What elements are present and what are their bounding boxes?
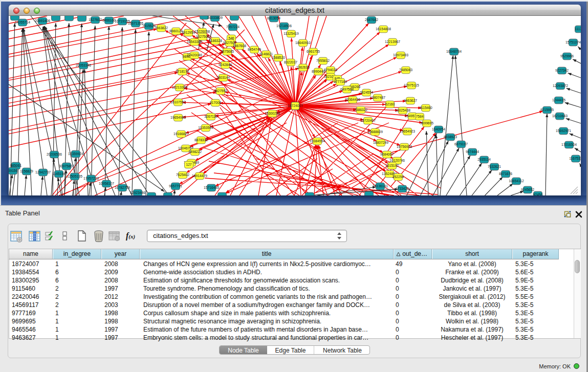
svg-text:6466160: 6466160	[102, 18, 116, 22]
svg-text:8990448: 8990448	[312, 70, 325, 73]
svg-text:9242848: 9242848	[219, 63, 232, 67]
svg-text:1527602: 1527602	[89, 18, 102, 21]
svg-text:14055714: 14055714	[15, 20, 30, 24]
svg-text:8322037: 8322037	[284, 60, 297, 64]
svg-text:12923446: 12923446	[130, 191, 145, 194]
svg-text:1615192: 1615192	[385, 164, 399, 167]
svg-text:15692971: 15692971	[556, 129, 571, 133]
svg-text:15226058: 15226058	[194, 30, 210, 33]
svg-text:16033809: 16033809	[207, 16, 223, 19]
svg-text:8215955: 8215955	[540, 108, 554, 112]
svg-text:9327505: 9327505	[196, 35, 209, 38]
svg-text:12975115: 12975115	[404, 83, 419, 87]
svg-text:19756928: 19756928	[397, 145, 412, 148]
svg-text:1640954: 1640954	[432, 127, 445, 131]
svg-text:6961755: 6961755	[307, 50, 320, 53]
svg-text:10120746: 10120746	[389, 159, 405, 162]
svg-text:9146821: 9146821	[259, 52, 273, 56]
svg-text:9245652: 9245652	[521, 188, 534, 191]
svg-text:18724007: 18724007	[288, 104, 303, 107]
svg-text:20364436: 20364436	[345, 98, 360, 101]
svg-text:10973493: 10973493	[393, 53, 408, 57]
svg-text:7515526: 7515526	[142, 24, 156, 28]
svg-text:9529966: 9529966	[560, 54, 574, 58]
svg-text:62160: 62160	[385, 102, 395, 106]
svg-text:3267110: 3267110	[204, 115, 217, 118]
svg-text:1588520: 1588520	[272, 56, 285, 59]
svg-text:16107552: 16107552	[170, 100, 186, 104]
svg-text:1156829: 1156829	[20, 169, 33, 173]
svg-text:917006: 917006	[210, 101, 222, 104]
svg-text:92456: 92456	[533, 193, 543, 195]
svg-text:10654112: 10654112	[509, 179, 524, 183]
svg-text:7955812: 7955812	[316, 59, 330, 62]
svg-text:8186328: 8186328	[209, 39, 222, 42]
svg-text:127: 127	[186, 163, 191, 166]
svg-text:10688609: 10688609	[367, 130, 383, 134]
svg-text:6794028: 6794028	[324, 68, 337, 72]
svg-text:16154808: 16154808	[376, 27, 391, 31]
svg-text:10958107: 10958107	[99, 182, 114, 185]
svg-text:12942737: 12942737	[35, 170, 51, 174]
svg-text:12213967: 12213967	[385, 40, 400, 43]
svg-text:6497568: 6497568	[340, 87, 354, 91]
svg-text:7584: 7584	[416, 115, 424, 118]
svg-text:1145194: 1145194	[52, 172, 66, 176]
svg-text:8878332: 8878332	[194, 138, 208, 142]
svg-text:11325419: 11325419	[284, 32, 299, 35]
svg-text:16210643: 16210643	[552, 114, 568, 118]
svg-text:16914479: 16914479	[192, 174, 207, 178]
svg-text:39159: 39159	[9, 169, 18, 172]
svg-text:18640910: 18640910	[295, 41, 311, 45]
svg-text:985061: 985061	[10, 164, 22, 167]
svg-text:15136141: 15136141	[373, 184, 388, 188]
svg-text:9657791: 9657791	[169, 184, 182, 188]
svg-text:16648784: 16648784	[446, 50, 462, 53]
svg-text:12505135: 12505135	[67, 174, 82, 178]
svg-text:10025438: 10025438	[395, 108, 410, 112]
svg-text:1244415: 1244415	[552, 98, 565, 102]
svg-text:9463627: 9463627	[404, 99, 417, 102]
svg-text:20691406: 20691406	[35, 19, 50, 23]
svg-text:2867608: 2867608	[233, 44, 246, 48]
svg-text:7386322: 7386322	[354, 108, 367, 112]
svg-text:9115460: 9115460	[419, 106, 432, 110]
svg-text:15720407: 15720407	[360, 119, 376, 122]
svg-text:252254: 252254	[393, 175, 404, 179]
svg-text:30975867: 30975867	[59, 164, 74, 168]
svg-text:15751074: 15751074	[565, 40, 581, 44]
svg-text:2687682: 2687682	[365, 18, 378, 21]
svg-text:19166827: 19166827	[173, 132, 189, 136]
svg-text:9777169: 9777169	[334, 80, 347, 83]
svg-text:9684067: 9684067	[380, 152, 394, 156]
svg-text:8660124: 8660124	[169, 29, 183, 33]
svg-text:2718176: 2718176	[176, 70, 189, 73]
svg-text:18807249: 18807249	[373, 141, 388, 144]
svg-text:15300295: 15300295	[265, 112, 280, 115]
svg-text:17016504: 17016504	[561, 143, 577, 146]
svg-text:7357224: 7357224	[226, 25, 239, 29]
svg-text:8912954: 8912954	[182, 31, 195, 34]
svg-text:8427552: 8427552	[214, 89, 227, 93]
svg-text:6879197: 6879197	[454, 142, 468, 146]
svg-text:7485063: 7485063	[399, 68, 412, 72]
svg-text:1733426: 1733426	[396, 187, 409, 190]
svg-text:15716485: 15716485	[204, 186, 219, 189]
svg-text:3498222: 3498222	[188, 150, 202, 154]
svg-text:20053346: 20053346	[76, 63, 91, 67]
svg-text:1362615: 1362615	[296, 65, 310, 69]
svg-text:16782759: 16782759	[115, 186, 130, 189]
svg-text:12213389: 12213389	[172, 85, 187, 89]
svg-text:19654923: 19654923	[400, 129, 415, 133]
svg-text:8813054: 8813054	[267, 16, 280, 20]
svg-text:7663822: 7663822	[155, 26, 168, 30]
svg-text:7632621: 7632621	[488, 165, 501, 168]
svg-text:17957223: 17957223	[83, 177, 99, 180]
svg-text:8454749: 8454749	[248, 48, 261, 51]
svg-text:9699695: 9699695	[420, 121, 433, 125]
svg-text:7625402: 7625402	[176, 173, 189, 177]
svg-text:20206536: 20206536	[47, 152, 62, 156]
svg-text:1167533: 1167533	[569, 157, 581, 160]
svg-text:8471676: 8471676	[499, 172, 512, 176]
svg-text:19384554: 19384554	[310, 139, 325, 143]
